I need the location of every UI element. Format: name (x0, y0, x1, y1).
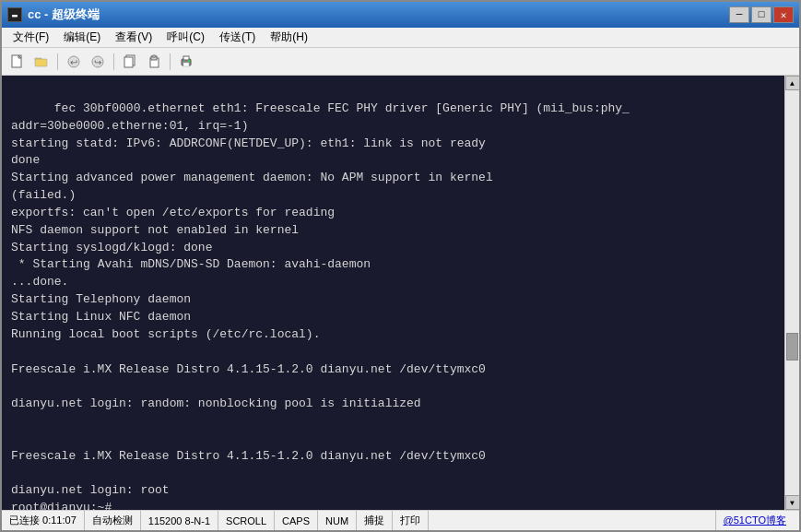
menu-bar: 文件(F) 编辑(E) 查看(V) 呼叫(C) 传送(T) 帮助(H) (2, 28, 799, 48)
terminal-output[interactable]: fec 30bf0000.ethernet eth1: Freescale FE… (2, 76, 784, 510)
toolbar-new-btn[interactable] (7, 52, 28, 72)
toolbar-forward-btn[interactable]: ↪ (88, 52, 108, 72)
title-bar: ▬ cc - 超级终端 ─ □ ✕ (2, 2, 799, 28)
toolbar-open-btn[interactable] (31, 52, 52, 72)
svg-text:↩: ↩ (70, 57, 77, 67)
menu-call[interactable]: 呼叫(C) (159, 28, 212, 47)
print-icon (179, 54, 194, 69)
window-controls: ─ □ ✕ (729, 6, 794, 23)
scrollbar-up-btn[interactable]: ▲ (785, 76, 800, 90)
svg-rect-3 (35, 59, 47, 66)
status-auto-detect: 自动检测 (85, 511, 141, 530)
terminal-text: fec 30bf0000.ethernet eth1: Freescale FE… (11, 101, 630, 510)
terminal-wrapper: fec 30bf0000.ethernet eth1: Freescale FE… (2, 76, 799, 510)
svg-rect-14 (183, 56, 189, 60)
status-baud: 115200 8-N-1 (141, 511, 218, 530)
forward-icon: ↪ (90, 54, 105, 69)
status-connected: 已连接 0:11:07 (7, 511, 85, 530)
toolbar: ↩ ↪ (2, 48, 799, 76)
svg-point-16 (188, 60, 190, 62)
status-capture: 捕捉 (357, 511, 393, 530)
svg-text:↪: ↪ (94, 57, 101, 67)
svg-rect-12 (152, 55, 156, 57)
svg-rect-9 (124, 57, 133, 67)
paste-icon (147, 54, 161, 69)
back-icon: ↩ (66, 54, 81, 69)
title-bar-left: ▬ cc - 超级终端 (7, 6, 100, 23)
copy-icon (123, 54, 137, 69)
close-button[interactable]: ✕ (773, 6, 794, 23)
toolbar-sep-1 (57, 53, 58, 70)
toolbar-print-btn[interactable] (176, 52, 196, 72)
menu-view[interactable]: 查看(V) (108, 28, 159, 47)
toolbar-back-btn[interactable]: ↩ (64, 52, 84, 72)
status-scroll: SCROLL (218, 511, 275, 530)
app-icon: ▬ (7, 7, 22, 22)
toolbar-paste-btn[interactable] (144, 52, 164, 72)
toolbar-copy-btn[interactable] (120, 52, 140, 72)
svg-rect-15 (183, 63, 189, 66)
status-bar: 已连接 0:11:07 自动检测 115200 8-N-1 SCROLL CAP… (2, 510, 799, 530)
scrollbar-down-btn[interactable]: ▼ (785, 495, 800, 510)
window-title: cc - 超级终端 (28, 6, 100, 23)
status-site: @51CTO博客 (715, 511, 794, 530)
menu-transfer[interactable]: 传送(T) (212, 28, 263, 47)
menu-file[interactable]: 文件(F) (6, 28, 56, 47)
toolbar-sep-2 (113, 53, 114, 70)
menu-edit[interactable]: 编辑(E) (56, 28, 108, 47)
minimize-button[interactable]: ─ (729, 6, 749, 23)
toolbar-sep-3 (170, 53, 171, 70)
menu-help[interactable]: 帮助(H) (263, 28, 315, 47)
open-icon (34, 54, 49, 69)
maximize-button[interactable]: □ (751, 6, 772, 23)
scrollbar: ▲ ▼ (784, 76, 799, 510)
new-doc-icon (10, 54, 25, 69)
scrollbar-track[interactable] (785, 90, 799, 495)
scrollbar-thumb[interactable] (786, 333, 798, 361)
main-window: ▬ cc - 超级终端 ─ □ ✕ 文件(F) 编辑(E) 查看(V) 呼叫(C… (0, 0, 801, 532)
status-num: NUM (318, 511, 357, 530)
status-print: 打印 (393, 511, 429, 530)
status-caps: CAPS (275, 511, 318, 530)
